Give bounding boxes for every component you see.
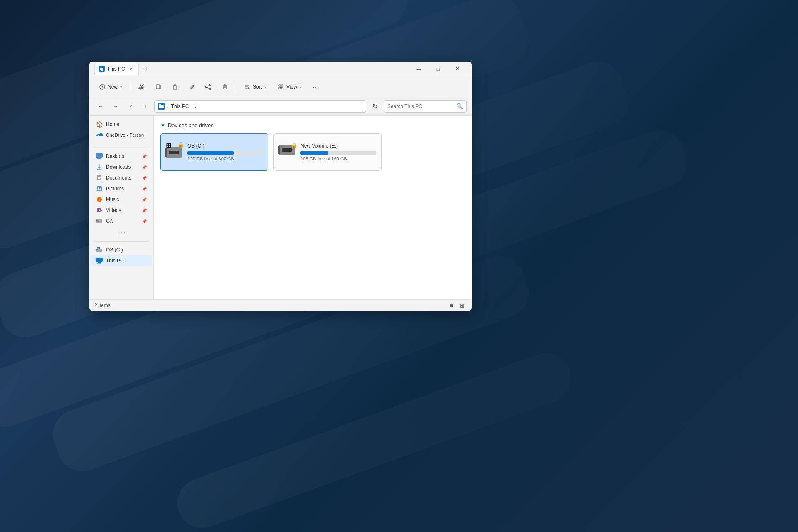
drive-card-e[interactable]: 🔒 New Volume (E:) 108 GB free of 169 GB: [273, 133, 382, 171]
search-icon: 🔍: [456, 103, 463, 109]
copy-button[interactable]: [151, 79, 166, 94]
svg-line-14: [207, 85, 209, 86]
forward-button[interactable]: →: [109, 100, 122, 113]
svg-point-11: [209, 84, 211, 86]
maximize-button[interactable]: □: [429, 62, 448, 76]
sidebar-item-thispc[interactable]: This PC: [91, 255, 152, 266]
sidebar-item-onedrive[interactable]: OneDrive - Person: [91, 130, 152, 140]
drives-grid: ⊞ 🔒 OS (C:) 120 GB free of 307 GB: [160, 133, 465, 171]
sidebar-item-onedrive-label: OneDrive - Person: [106, 133, 144, 138]
svg-rect-37: [98, 178, 100, 179]
sidebar-item-music[interactable]: Music 📌: [91, 194, 152, 205]
drive-card-c[interactable]: ⊞ 🔒 OS (C:) 120 GB free of 307 GB: [160, 133, 268, 171]
new-chevron: ∨: [120, 85, 123, 89]
desktop-pin-icon: 📌: [142, 154, 147, 159]
videos-pin-icon: 📌: [142, 208, 147, 213]
tab-this-pc-icon: [99, 66, 105, 72]
section-header-devices[interactable]: ▼ Devices and drives: [160, 122, 465, 128]
file-explorer-window: This PC × + — □ ✕ New ∨: [89, 62, 472, 311]
tab-this-pc-label: This PC: [107, 66, 125, 72]
sidebar-item-desktop[interactable]: Desktop 📌: [91, 151, 152, 162]
tab-area: This PC × +: [94, 63, 409, 75]
new-button[interactable]: New ∨: [94, 81, 127, 93]
toolbar-separator-1: [131, 82, 131, 92]
share-button[interactable]: [201, 79, 216, 94]
svg-point-13: [209, 88, 211, 90]
svg-point-48: [98, 221, 99, 222]
search-input[interactable]: [387, 103, 455, 109]
rename-button[interactable]: [184, 79, 199, 94]
music-pin-icon: 📌: [142, 197, 147, 202]
more-icon: ···: [313, 83, 320, 90]
svg-point-12: [205, 86, 207, 88]
svg-rect-55: [98, 262, 101, 263]
videos-icon: [96, 207, 103, 214]
minimize-button[interactable]: —: [409, 62, 429, 76]
sidebar-item-downloads[interactable]: Downloads 📌: [91, 162, 152, 172]
downloads-pin-icon: 📌: [142, 165, 147, 170]
sidebar-divider-2: [94, 241, 148, 242]
title-bar: This PC × + — □ ✕: [89, 62, 472, 76]
sidebar-divider-1: [94, 148, 148, 148]
music-icon: [96, 196, 103, 203]
cut-button[interactable]: [134, 79, 149, 94]
svg-rect-26: [279, 87, 281, 89]
svg-rect-25: [281, 85, 283, 86]
back-button[interactable]: ←: [94, 100, 107, 113]
more-button[interactable]: ···: [308, 80, 324, 93]
tab-close-button[interactable]: ×: [128, 66, 134, 72]
sidebar-item-home[interactable]: 🏠 Home: [91, 119, 152, 130]
sidebar-item-osc[interactable]: ⊞ OS (C:): [91, 244, 152, 255]
sort-label: Sort: [253, 84, 262, 90]
grid-view-icon: ⊞: [460, 302, 465, 309]
toolbar-separator-2: [236, 82, 236, 92]
address-dropdown-button[interactable]: ∨: [190, 100, 200, 113]
up-button[interactable]: ↑: [139, 100, 152, 113]
refresh-icon: ↻: [372, 103, 378, 110]
delete-button[interactable]: [217, 79, 232, 94]
drive-c-space: 120 GB free of 307 GB: [187, 156, 263, 161]
grid-view-button[interactable]: ⊞: [458, 301, 467, 310]
status-bar: 2 items ≡ ⊞: [89, 299, 472, 311]
view-button[interactable]: View ∨: [273, 81, 307, 93]
svg-rect-9: [173, 86, 177, 89]
toolbar: New ∨ Sort ∨: [89, 76, 472, 97]
history-button[interactable]: ∨: [124, 100, 137, 113]
svg-rect-46: [96, 219, 102, 223]
sidebar-item-gdrive-label: G:\: [106, 218, 113, 224]
osc-icon: ⊞: [96, 246, 103, 253]
drive-e-icon: 🔒: [279, 144, 296, 160]
desktop-icon: [96, 153, 103, 160]
drive-e-space: 108 GB free of 169 GB: [300, 156, 376, 161]
sidebar-item-gdrive[interactable]: G:\ 📌: [91, 216, 152, 227]
svg-rect-30: [96, 153, 103, 158]
refresh-button[interactable]: ↻: [369, 100, 381, 113]
tab-this-pc[interactable]: This PC ×: [94, 63, 139, 75]
sidebar-item-videos[interactable]: Videos 📌: [91, 205, 152, 216]
svg-rect-27: [281, 87, 283, 89]
thispc-icon: [96, 257, 103, 264]
address-path-root: This PC: [171, 103, 189, 109]
close-button[interactable]: ✕: [448, 62, 467, 76]
address-path-icon: [158, 103, 165, 110]
gdrive-pin-icon: 📌: [142, 219, 147, 224]
drive-c-name: OS (C:): [187, 143, 263, 149]
paste-button[interactable]: [167, 79, 182, 94]
list-view-icon: ≡: [450, 302, 453, 309]
svg-rect-36: [98, 177, 101, 178]
list-view-button[interactable]: ≡: [447, 301, 456, 310]
address-path[interactable]: › This PC ∨: [154, 100, 366, 113]
drive-c-progress-fill: [187, 151, 234, 155]
history-icon: ∨: [129, 104, 132, 108]
gdrive-icon: [96, 218, 103, 224]
sort-button[interactable]: Sort ∨: [239, 81, 271, 93]
new-icon: [99, 84, 106, 90]
drive-e-info: New Volume (E:) 108 GB free of 169 GB: [300, 143, 376, 161]
sidebar-item-pictures[interactable]: Pictures 📌: [91, 183, 152, 194]
home-icon: 🏠: [96, 121, 103, 128]
view-label: View: [286, 84, 297, 90]
sidebar-item-documents[interactable]: Documents 📌: [91, 172, 152, 183]
new-tab-button[interactable]: +: [140, 63, 152, 75]
sidebar-item-music-label: Music: [106, 197, 119, 202]
documents-icon: [96, 175, 103, 181]
